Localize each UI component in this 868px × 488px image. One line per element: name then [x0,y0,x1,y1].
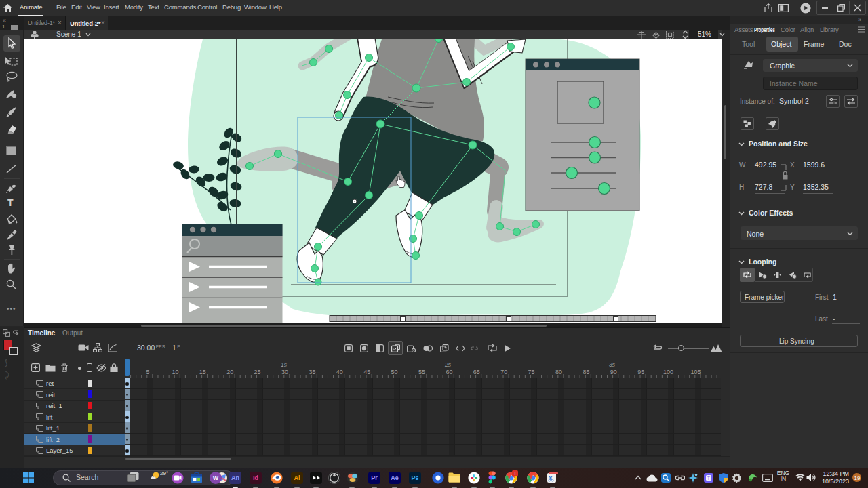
svg-text:T: T [707,476,711,481]
